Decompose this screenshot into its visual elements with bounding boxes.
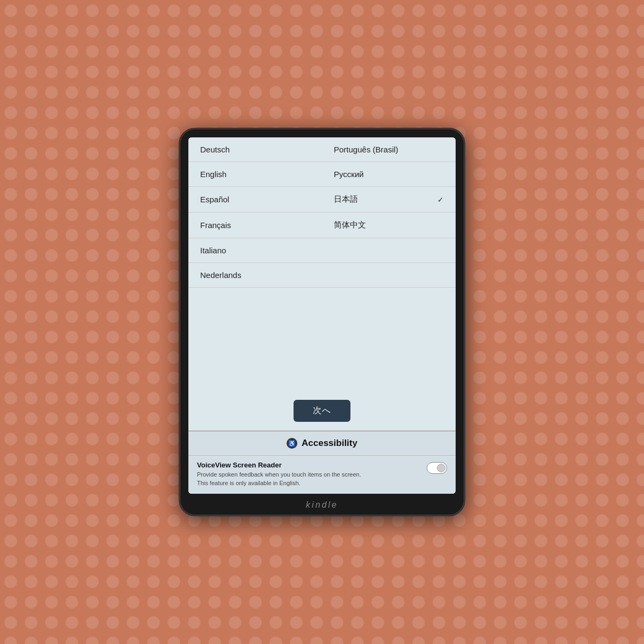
toggle-knob — [437, 464, 445, 472]
lang-item-deutsch[interactable]: Deutsch — [188, 137, 322, 162]
voiceview-row: VoiceView Screen Reader Provide spoken f… — [188, 456, 456, 494]
selected-checkmark: ✓ — [437, 195, 444, 204]
next-button[interactable]: 次へ — [294, 400, 350, 422]
voiceview-text: VoiceView Screen Reader Provide spoken f… — [197, 461, 420, 487]
accessibility-section: ♿ Accessibility VoiceView Screen Reader … — [188, 431, 456, 494]
voiceview-toggle[interactable] — [427, 462, 447, 474]
lang-item-espanol[interactable]: Español — [188, 187, 322, 213]
lang-item-portugues[interactable]: Português (Brasil) — [322, 137, 456, 162]
language-list[interactable]: Deutsch Português (Brasil) English Русск… — [188, 137, 456, 389]
voiceview-title: VoiceView Screen Reader — [197, 461, 420, 469]
lang-item-empty-6 — [322, 263, 456, 288]
accessibility-label: Accessibility — [302, 438, 357, 449]
kindle-brand-label: kindle — [306, 500, 338, 510]
lang-item-italiano[interactable]: Italiano — [188, 238, 322, 263]
screen-content: Deutsch Português (Brasil) English Русск… — [188, 137, 456, 494]
kindle-device: Deutsch Português (Brasil) English Русск… — [180, 129, 464, 515]
lang-item-nederlands[interactable]: Nederlands — [188, 263, 322, 288]
lang-item-francais[interactable]: Français — [188, 213, 322, 238]
lang-item-english[interactable]: English — [188, 162, 322, 187]
language-grid: Deutsch Português (Brasil) English Русск… — [188, 137, 456, 288]
voiceview-description: Provide spoken feedback when you touch i… — [197, 471, 420, 487]
lang-item-empty-5 — [322, 238, 456, 263]
next-button-row: 次へ — [188, 389, 456, 431]
lang-item-japanese[interactable]: 日本語 ✓ — [322, 187, 456, 213]
accessibility-icon: ♿ — [287, 438, 297, 449]
accessibility-header: ♿ Accessibility — [188, 431, 456, 456]
kindle-screen: Deutsch Português (Brasil) English Русск… — [188, 137, 456, 494]
lang-item-russian[interactable]: Русский — [322, 162, 456, 187]
lang-item-chinese[interactable]: 简体中文 — [322, 213, 456, 238]
